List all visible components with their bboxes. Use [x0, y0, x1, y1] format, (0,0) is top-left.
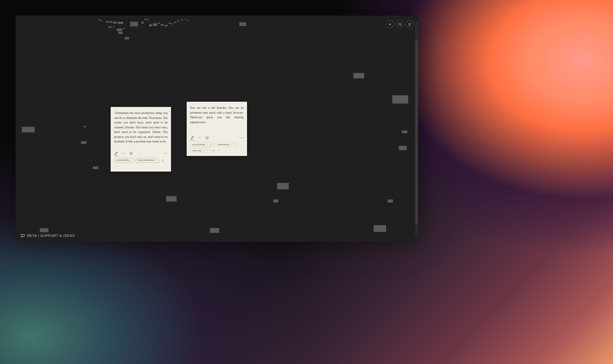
card-toolbar [114, 151, 168, 156]
minimap-node [374, 225, 386, 232]
minimap-node [158, 23, 160, 24]
minimap-node [130, 22, 138, 26]
minimap-node [98, 19, 100, 21]
svg-point-0 [398, 23, 401, 25]
tag[interactable]: task estimation× [135, 158, 160, 163]
accept-tag-icon[interactable]: ✓ [206, 143, 208, 146]
minimap-node [81, 141, 86, 144]
minimap-node [165, 25, 168, 26]
minimap-node [353, 73, 364, 78]
minimap-node [392, 95, 408, 104]
scrollbar[interactable] [415, 22, 418, 236]
svg-point-1 [409, 23, 410, 24]
minimap-node [187, 20, 189, 21]
minimap-node [177, 20, 179, 21]
text-fade [114, 144, 168, 149]
wand-icon[interactable] [114, 165, 118, 169]
suggested-tag[interactable]: extensions✓× [215, 142, 238, 147]
beta-support-link[interactable]: BETA | SUPPORT & IDEAS [21, 233, 75, 238]
minimap-node [109, 26, 112, 28]
minimap-node [172, 23, 174, 25]
minimap-node [22, 127, 35, 132]
profile-button[interactable] [405, 20, 413, 28]
minimap-node [398, 146, 399, 147]
scrollbar-thumb[interactable] [415, 40, 418, 224]
tag[interactable]: productivity× [114, 158, 134, 163]
tag-row: productivity× task estimation× + [114, 158, 168, 163]
minimap-node [144, 19, 146, 20]
note-card[interactable]: "Sometimes the most productive thing you… [111, 107, 171, 172]
suggested-tag[interactable]: productivity✓× [190, 142, 214, 147]
highlight-icon[interactable] [190, 136, 194, 140]
add-tag-button[interactable]: + [161, 158, 164, 162]
main-canvas[interactable]: "Sometimes the most productive thing you… [16, 16, 418, 242]
minimap-node [106, 21, 109, 23]
minimap-node [149, 24, 152, 26]
minimap-node [174, 22, 176, 23]
minimap-node [110, 21, 112, 23]
more-icon[interactable] [163, 151, 168, 156]
tag-label: add-ons [192, 149, 201, 152]
minimap-node [84, 126, 86, 127]
minimap-node [239, 22, 246, 26]
note-text: "Sometimes the most productive thing you… [114, 111, 168, 144]
add-button[interactable] [386, 20, 394, 28]
minimap-node [181, 19, 183, 21]
minimap-node [185, 19, 186, 20]
suggested-tag[interactable]: add-ons✓× [190, 148, 210, 153]
minimap-node [113, 26, 115, 28]
beta-support-label: BETA | SUPPORT & IDEAS [27, 234, 75, 237]
highlight-icon[interactable] [114, 152, 118, 156]
minimap-node [118, 22, 123, 24]
remove-tag-icon[interactable]: × [130, 159, 131, 162]
minimap-node [141, 22, 144, 24]
minimap-node [40, 228, 48, 232]
tag-label: task estimation [138, 159, 154, 161]
minimap-node [147, 19, 149, 21]
wand-row [114, 165, 168, 169]
card-toolbar [190, 135, 244, 140]
tag-label: extensions [218, 143, 229, 146]
note-text: You are not a tab hoarder. You are an ad… [190, 105, 244, 124]
minimap-node [113, 22, 117, 24]
link-icon[interactable] [121, 151, 126, 156]
minimap-node [161, 24, 164, 26]
search-button[interactable] [396, 20, 404, 28]
minimap-node [273, 199, 278, 203]
minimap-node [399, 146, 407, 150]
minimap-node [169, 23, 171, 24]
minimap-node [166, 196, 177, 202]
tag-row: productivity✓× extensions✓× add-ons✓× + [190, 142, 244, 153]
chat-icon [21, 233, 25, 238]
stack-icon[interactable] [205, 135, 209, 140]
header-actions [386, 20, 413, 28]
remove-tag-icon[interactable]: × [155, 159, 157, 162]
accept-tag-icon[interactable]: ✓ [230, 143, 233, 146]
stack-icon[interactable] [129, 151, 133, 156]
note-card[interactable]: You are not a tab hoarder. You are an ad… [187, 102, 247, 156]
minimap-node [210, 228, 219, 233]
minimap-node [123, 28, 125, 29]
reject-tag-icon[interactable]: × [206, 149, 208, 152]
link-icon[interactable] [197, 135, 202, 140]
reject-tag-icon[interactable]: × [210, 143, 211, 146]
minimap-node [125, 37, 129, 40]
minimap-node [153, 23, 157, 26]
minimap-node [277, 183, 289, 189]
tag-label: productivity [116, 159, 129, 161]
more-icon[interactable] [239, 135, 244, 140]
minimap-node [93, 166, 98, 169]
minimap-node [388, 199, 393, 203]
wand-icon[interactable] [216, 149, 220, 152]
minimap-node [118, 32, 123, 34]
tag-label: productivity [192, 143, 205, 146]
reject-tag-icon[interactable]: × [234, 143, 236, 146]
minimap-node [101, 21, 102, 21]
minimap-node [402, 131, 407, 133]
minimap-node [117, 28, 122, 31]
add-tag-button[interactable]: + [211, 149, 215, 152]
accept-tag-icon[interactable]: ✓ [203, 149, 205, 152]
